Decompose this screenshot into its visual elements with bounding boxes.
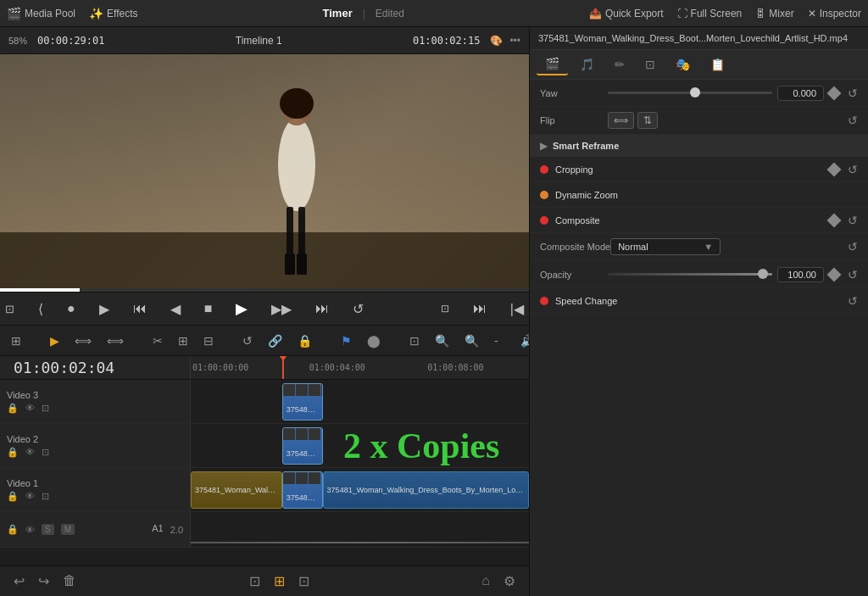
tab-video[interactable]: 🎬 (537, 53, 568, 75)
trash-button[interactable]: 🗑 (63, 573, 76, 589)
track-v2-eye-icon[interactable]: 👁 (25, 447, 35, 457)
stop-button[interactable]: ■ (199, 299, 218, 318)
yaw-keyframe-button[interactable] (827, 86, 842, 100)
track-controls-button[interactable]: ⊞ (7, 332, 25, 349)
marker-button[interactable]: ⬤ (363, 332, 385, 349)
deliver-icon[interactable]: ⊡ (249, 573, 260, 589)
slip-button[interactable]: ↺ (238, 332, 257, 349)
zoom-out-button[interactable]: 🔍 (460, 332, 483, 349)
fullscreen-preview-button[interactable]: ⏭ (468, 299, 492, 318)
track-v1-eye-icon[interactable]: 👁 (25, 491, 35, 501)
tab-meta[interactable]: 📋 (702, 54, 733, 75)
quick-export-button[interactable]: 📤 Quick Export (589, 8, 664, 19)
mixer-button[interactable]: 🎛 Mixer (755, 8, 793, 19)
aspect-ratio-button[interactable]: ⊡ (0, 301, 19, 317)
track-v1-monitor-icon[interactable]: ⊡ (42, 491, 49, 502)
smart-reframe-section[interactable]: ▶ Smart Reframe (530, 135, 868, 157)
track-v3-monitor-icon[interactable]: ⊡ (42, 403, 49, 414)
flip-horizontal-button[interactable]: ⟺ (608, 112, 634, 129)
tab-transform[interactable]: ⊡ (637, 54, 664, 75)
loop-button[interactable]: ↺ (348, 299, 369, 319)
color-wheel-icon[interactable]: 🎨 (490, 35, 503, 47)
step-back-more-button[interactable]: ⟨ (33, 299, 48, 319)
copy-button[interactable]: ⊡ (405, 332, 424, 349)
composite-reset-button[interactable]: ↺ (848, 214, 858, 227)
audio-level-button[interactable]: 🔊 (516, 332, 529, 349)
tab-effects[interactable]: 🎭 (667, 54, 698, 75)
v1-clip-1[interactable]: 375481_Woman_Walking_Dress... (191, 471, 282, 509)
v1-clip-3[interactable]: 375481_Woman_Walking_Dress_Boots_By_Mort… (323, 471, 529, 509)
prev-frame-button[interactable]: ● (62, 299, 81, 318)
track-a1-s-icon[interactable]: S (42, 524, 54, 535)
lock-button[interactable]: 🔒 (293, 332, 316, 349)
full-screen-button[interactable]: ⛶ Full Screen (677, 8, 743, 19)
top-bar: 🎬 Media Pool ✨ Effects Timer | Edited 📤 … (0, 0, 868, 27)
blade-button[interactable]: ✂ (148, 332, 167, 349)
cropping-reset-button[interactable]: ↺ (848, 163, 858, 176)
settings-button[interactable]: |◀ (505, 299, 529, 319)
track-v3-content: 375481_Woman_Walki... (191, 380, 529, 423)
track-v2-monitor-icon[interactable]: ⊡ (42, 447, 49, 458)
dynamic-trim-button[interactable]: ⟺ (103, 332, 128, 349)
track-v3-label: Video 3 🔒 👁 ⊡ (0, 380, 191, 423)
v1-clip-2[interactable]: 375481_Woman_Walki... (282, 471, 323, 509)
play-button[interactable]: ▶ (231, 298, 253, 320)
home-button[interactable]: ⌂ (481, 573, 490, 589)
effects-button[interactable]: ✨ Effects (89, 7, 137, 20)
composite-mode-dropdown[interactable]: Normal ▼ (610, 238, 721, 255)
zoom-minus-button[interactable]: - (490, 332, 503, 349)
edited-label: Edited (376, 8, 404, 19)
flip-vertical-button[interactable]: ⇅ (637, 112, 658, 129)
composite-keyframe-button[interactable] (827, 213, 842, 227)
track-v1-lock-icon[interactable]: 🔒 (7, 491, 19, 502)
tab-audio[interactable]: 🎵 (571, 54, 603, 75)
effects-nav-icon[interactable]: ⊡ (298, 573, 309, 589)
composite-mode-arrow: ▼ (704, 242, 713, 252)
monitor-button[interactable]: ⊡ (436, 301, 454, 316)
next-frame-button[interactable]: ▶ (94, 299, 114, 319)
copies-overlay: 2 x Copies (326, 424, 529, 467)
track-v1: Video 1 🔒 👁 ⊡ 375481_Woman_Walking_Dress… (0, 468, 529, 512)
track-v3-lock-icon[interactable]: 🔒 (7, 403, 19, 414)
playhead[interactable] (282, 356, 284, 379)
yaw-reset-button[interactable]: ↺ (848, 86, 858, 100)
yaw-value[interactable]: 0.000 (777, 86, 824, 101)
select-tool-button[interactable]: ▶ (46, 332, 64, 349)
flag-button[interactable]: ⚑ (337, 332, 356, 349)
link-button[interactable]: 🔗 (264, 332, 287, 349)
yaw-slider[interactable] (608, 92, 772, 94)
track-v2-lock-icon[interactable]: 🔒 (7, 447, 19, 458)
erase-button[interactable]: ⊟ (199, 332, 218, 349)
opacity-keyframe-button[interactable] (827, 267, 842, 281)
cropping-keyframe-button[interactable] (827, 162, 842, 176)
track-a1-lock-icon[interactable]: 🔒 (7, 524, 19, 535)
zoom-button[interactable]: 🔍 (431, 332, 453, 349)
v2-clip-1[interactable]: 375481_Woman_Walki... (282, 427, 323, 465)
more-options-icon[interactable]: ••• (509, 35, 520, 47)
settings-button[interactable]: ⚙ (504, 573, 515, 589)
trim-tool-button[interactable]: ⟺ (70, 332, 96, 349)
v3-clip-1[interactable]: 375481_Woman_Walki... (282, 383, 323, 421)
opacity-value[interactable]: 100.00 (777, 267, 824, 282)
track-v3-eye-icon[interactable]: 👁 (25, 403, 35, 413)
media-pool-button[interactable]: 🎬 Media Pool (7, 7, 75, 20)
go-to-start-button[interactable]: ⏮ (128, 299, 152, 318)
cut-icon[interactable]: ⊞ (274, 573, 285, 589)
rewind-button[interactable]: ◀ (165, 299, 186, 319)
fast-forward-button[interactable]: ▶▶ (266, 299, 297, 319)
track-a1-m-icon[interactable]: M (61, 524, 75, 535)
opacity-reset-button[interactable]: ↺ (848, 268, 858, 281)
redo-button[interactable]: ↪ (38, 573, 49, 589)
undo-button[interactable]: ↩ (14, 573, 25, 589)
track-a1-eye-icon[interactable]: 👁 (25, 525, 35, 535)
clone-button[interactable]: ⊞ (174, 332, 192, 349)
tab-color[interactable]: ✏ (606, 54, 633, 75)
track-v1-label: Video 1 🔒 👁 ⊡ (0, 468, 191, 511)
speed-change-reset[interactable]: ↺ (848, 294, 858, 308)
flip-reset-button[interactable]: ↺ (848, 114, 858, 127)
go-to-end-button[interactable]: ⏭ (310, 299, 334, 318)
opacity-slider[interactable] (608, 273, 772, 276)
video-content (0, 54, 529, 292)
composite-mode-reset[interactable]: ↺ (848, 240, 858, 253)
inspector-button[interactable]: ✕ Inspector (808, 8, 861, 19)
